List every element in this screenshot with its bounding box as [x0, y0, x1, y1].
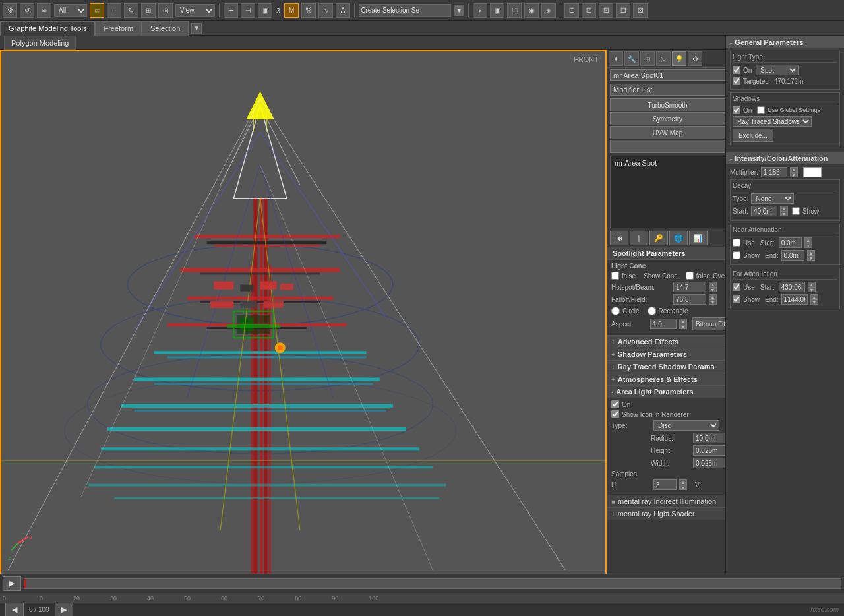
filter-select[interactable]: All	[54, 4, 87, 17]
render-icon-4[interactable]: ◉	[524, 3, 539, 18]
panel-btn-globe[interactable]: 🌐	[669, 231, 688, 245]
u-down[interactable]: ▼	[679, 485, 687, 490]
tool-misc-1[interactable]: ⚀	[564, 3, 579, 18]
aspect-up[interactable]: ▲	[679, 319, 687, 324]
array-icon[interactable]: ⊣	[241, 3, 255, 18]
view-select[interactable]: View	[175, 4, 215, 17]
falloff-down[interactable]: ▼	[709, 299, 717, 305]
decay-show-checkbox[interactable]	[792, 207, 800, 215]
general-params-header[interactable]: - General Parameters	[726, 36, 844, 48]
radius-input[interactable]: 10.0m	[693, 433, 729, 443]
align-icon[interactable]: ▣	[258, 3, 272, 18]
mult-spinner[interactable]: ▲ ▼	[790, 167, 798, 177]
render-icon-2[interactable]: ▣	[490, 3, 504, 18]
panel-icon-motion[interactable]: ▷	[656, 51, 671, 66]
circle-radio[interactable]	[611, 307, 620, 315]
far-start-down[interactable]: ▼	[808, 287, 816, 292]
mult-down[interactable]: ▼	[790, 172, 798, 177]
area-light-on-checkbox[interactable]	[611, 400, 619, 408]
status-next[interactable]: ▶	[55, 603, 73, 617]
render-icon-3[interactable]: ⬚	[507, 3, 522, 18]
render-icon-1[interactable]: ▸	[473, 3, 487, 18]
tool-misc-2[interactable]: ⚁	[582, 3, 596, 18]
near-show-checkbox[interactable]	[733, 251, 740, 259]
render-icon-5[interactable]: ◈	[541, 3, 556, 18]
panel-icon-hierarchy[interactable]: ⊞	[640, 51, 655, 66]
panel-icon-utilities[interactable]: ⚙	[688, 51, 702, 66]
mirror-icon[interactable]: ⊢	[224, 3, 238, 18]
far-start-up[interactable]: ▲	[808, 282, 816, 287]
btn-symmetry[interactable]: Symmetry	[610, 112, 725, 125]
decay-start-down[interactable]: ▼	[780, 211, 788, 216]
near-start-input[interactable]: 0.0m	[779, 237, 802, 248]
near-end-down[interactable]: ▼	[807, 255, 815, 261]
panel-icon-display[interactable]: 💡	[672, 51, 686, 66]
near-start-spinner[interactable]: ▲ ▼	[804, 237, 812, 248]
light-type-select[interactable]: Spot	[756, 65, 799, 75]
hotspot-down[interactable]: ▼	[709, 287, 717, 292]
hotspot-spinner[interactable]: ▲ ▼	[709, 282, 717, 292]
tool-icon-3[interactable]: ≋	[37, 3, 51, 18]
multiplier-input[interactable]: 1.185	[761, 167, 787, 177]
rotate-icon[interactable]: ↻	[124, 3, 138, 18]
move-icon[interactable]: ↔	[107, 3, 121, 18]
timeline-position[interactable]	[24, 579, 26, 588]
far-end-down[interactable]: ▼	[810, 299, 818, 305]
tab-graphite[interactable]: Graphite Modeling Tools	[0, 21, 95, 36]
area-light-type-select[interactable]: Disc	[653, 420, 719, 431]
u-spinner[interactable]: ▲ ▼	[679, 479, 687, 490]
falloff-up[interactable]: ▲	[709, 294, 717, 299]
height-input[interactable]: 0.025m	[693, 445, 729, 456]
panel-btn-pipe[interactable]: |	[630, 231, 648, 245]
panel-icon-create[interactable]: ✦	[609, 51, 623, 66]
u-input[interactable]: 3	[653, 479, 677, 490]
panel-btn-graph[interactable]: 📊	[689, 231, 708, 245]
far-start-spinner[interactable]: ▲ ▼	[808, 282, 816, 292]
panel-icon-modify[interactable]: 🔧	[624, 51, 639, 66]
btn-uvwmap[interactable]: UVW Map	[610, 126, 725, 139]
tool-icon-1[interactable]: ⚙	[3, 3, 17, 18]
hotspot-up[interactable]: ▲	[709, 282, 717, 287]
far-end-up[interactable]: ▲	[810, 294, 818, 299]
near-end-spinner[interactable]: ▲ ▼	[807, 250, 815, 261]
far-end-input[interactable]: 1144.08	[781, 294, 808, 305]
viewport[interactable]: x z FRONT	[0, 50, 607, 599]
create-selection-input[interactable]: Create Selection Se	[359, 4, 451, 17]
tool-misc-3[interactable]: ⚂	[599, 3, 613, 18]
width-input[interactable]: 0.025m	[693, 458, 729, 468]
targeted-checkbox[interactable]	[733, 77, 740, 85]
shadows-type-select[interactable]: Ray Traced Shadows	[733, 116, 812, 127]
shadows-on-checkbox[interactable]	[733, 106, 740, 114]
play-btn[interactable]: ▶	[3, 576, 21, 591]
material-icon[interactable]: M	[284, 3, 299, 18]
intensity-header[interactable]: - Intensity/Color/Attenuation	[726, 152, 844, 164]
decay-start-spinner[interactable]: ▲ ▼	[780, 206, 788, 216]
btn-turbosmooth[interactable]: TurboSmooth	[610, 98, 725, 111]
global-settings-checkbox[interactable]	[757, 106, 765, 114]
subtab-polygon-modeling[interactable]: Polygon Modeling	[4, 36, 76, 50]
far-start-input[interactable]: 430.065	[779, 282, 805, 292]
far-use-checkbox[interactable]	[733, 283, 740, 291]
panel-btn-prev[interactable]: ⏮	[610, 231, 628, 245]
falloff-input[interactable]: 76.8	[673, 294, 706, 305]
tool-misc-5[interactable]: ⚄	[633, 3, 648, 18]
aspect-down[interactable]: ▼	[679, 324, 687, 329]
tab-arrow[interactable]: ▼	[191, 23, 202, 34]
tool-icon-2[interactable]: ↺	[20, 3, 34, 18]
decay-start-input[interactable]: 40.0m	[751, 206, 777, 216]
create-selection-dropdown[interactable]: ▼	[454, 5, 464, 16]
btn-empty[interactable]	[610, 140, 725, 153]
select-icon[interactable]: ▭	[90, 3, 104, 18]
rectangle-radio[interactable]	[648, 307, 656, 315]
near-end-up[interactable]: ▲	[807, 250, 815, 255]
hotspot-input[interactable]: 14.7	[673, 282, 706, 292]
decay-start-up[interactable]: ▲	[780, 206, 788, 211]
tab-selection[interactable]: Selection	[142, 21, 189, 36]
show-cone-checkbox[interactable]	[611, 272, 619, 280]
tab-freeform[interactable]: Freeform	[95, 21, 142, 36]
light-on-checkbox[interactable]	[733, 66, 740, 74]
near-start-down[interactable]: ▼	[804, 243, 812, 248]
scale-icon[interactable]: ⊞	[141, 3, 156, 18]
mult-up[interactable]: ▲	[790, 167, 798, 172]
exclude-btn[interactable]: Exclude...	[733, 129, 773, 142]
